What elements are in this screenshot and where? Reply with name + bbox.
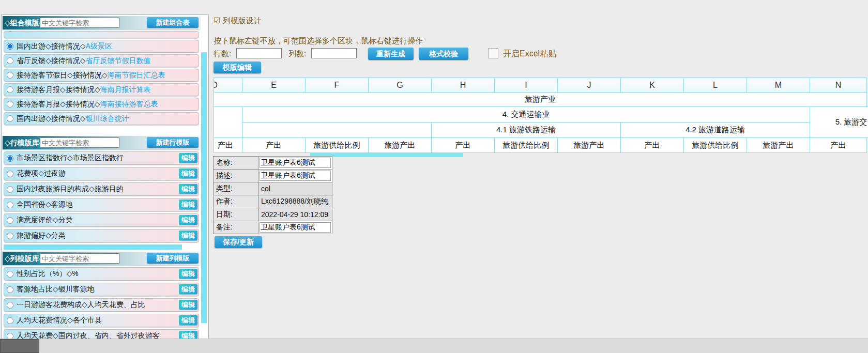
cell-measure-10[interactable]: 产出	[810, 137, 867, 153]
sidebar-item[interactable]: 接待游客节假日◇接待情况◇海南节假日汇总表	[4, 69, 199, 82]
sidebar-item[interactable]: 人均天花费◇国内过夜、省内、省外过夜游客编辑	[4, 329, 199, 340]
hscroll-thumb[interactable]	[4, 244, 182, 250]
cell-measure-3[interactable]: 旅游产出	[368, 137, 432, 153]
cols-count-label: 列数:	[288, 49, 306, 59]
edit-button[interactable]: 编辑	[179, 269, 197, 279]
column-header-M[interactable]: M	[747, 78, 810, 93]
radio-selected-icon[interactable]	[7, 155, 13, 162]
radio-icon[interactable]	[7, 57, 13, 64]
column-header-N[interactable]: N	[810, 78, 867, 93]
edit-button[interactable]: 编辑	[179, 231, 197, 240]
spreadsheet: DEFGHIJKLMN旅游产业4. 交通运输业5. 旅游交4.1 旅游铁路运输4…	[214, 78, 868, 153]
cell-measure-8[interactable]: 旅游供给比例	[683, 137, 747, 153]
radio-icon[interactable]	[7, 186, 13, 193]
regenerate-button[interactable]: 重新生成	[368, 48, 414, 60]
radio-icon[interactable]	[7, 317, 13, 324]
row-panel-hscrollbar[interactable]	[3, 244, 199, 250]
column-header-H[interactable]: H	[431, 78, 495, 93]
sidebar-item[interactable]: 客源地占比◇银川客源地编辑	[4, 283, 199, 296]
new-col-template-button[interactable]: 新建列模版	[147, 253, 199, 264]
column-header-F[interactable]: F	[305, 78, 369, 93]
edit-button[interactable]: 编辑	[179, 153, 197, 163]
radio-selected-icon[interactable]	[7, 43, 13, 50]
form-input[interactable]	[258, 221, 332, 234]
form-input[interactable]	[258, 170, 332, 182]
radio-icon[interactable]	[7, 286, 13, 293]
cell-transport-industry[interactable]: 4. 交通运输业	[242, 106, 810, 122]
cell-measure-0[interactable]: 产出	[214, 137, 242, 153]
edit-button[interactable]: 编辑	[179, 199, 197, 209]
radio-icon[interactable]	[7, 302, 13, 309]
template-edit-button[interactable]: 模版编辑	[214, 62, 261, 73]
radio-icon[interactable]	[7, 115, 13, 122]
sidebar-item[interactable]: 性别占比（%）◇%编辑	[4, 267, 199, 281]
sidebar-item[interactable]: 市场景区指数行◇市场景区指数行编辑	[4, 151, 199, 165]
column-header-I[interactable]: I	[494, 78, 558, 93]
edit-button[interactable]: 编辑	[179, 168, 197, 178]
radio-icon[interactable]	[7, 101, 13, 108]
column-header-L[interactable]: L	[683, 78, 747, 93]
radio-icon[interactable]	[7, 233, 13, 239]
cell-measure-6[interactable]: 旅游产出	[557, 137, 621, 153]
cell-empty[interactable]	[242, 122, 432, 138]
edit-button[interactable]: 编辑	[179, 284, 197, 294]
save-update-button[interactable]: 保存/更新	[215, 236, 262, 248]
sidebar-scrollbar-track[interactable]	[201, 29, 207, 337]
cols-count-input[interactable]	[311, 48, 357, 58]
sidebar-item[interactable]: 接待游客月报◇接待情况◇海南月报计算表	[4, 83, 199, 96]
sidebar-item[interactable]: 全国省份◇客源地编辑	[4, 198, 199, 211]
excel-paste-checkbox[interactable]	[488, 48, 498, 58]
edit-button[interactable]: 编辑	[179, 300, 197, 310]
cell-tourism-industry[interactable]: 旅游产业	[214, 92, 867, 107]
edit-button[interactable]: 编辑	[179, 315, 197, 325]
radio-icon[interactable]	[7, 171, 13, 177]
sidebar-item[interactable]: 满意度评价◇分类编辑	[4, 213, 199, 227]
col-search-input[interactable]	[40, 253, 119, 264]
sidebar-item[interactable]: 人均天花费情况◇各个市县编辑	[4, 314, 199, 327]
column-header-D[interactable]: D	[214, 78, 242, 93]
edit-button[interactable]: 编辑	[179, 184, 197, 194]
item-link: 海南月报计算表	[100, 85, 151, 94]
cell-rail-transport[interactable]: 4.1 旅游铁路运输	[431, 122, 621, 138]
radio-icon[interactable]	[7, 271, 13, 278]
cell-measure-9[interactable]: 旅游产出	[747, 137, 810, 153]
sidebar-item[interactable]: 省厅反馈◇接待情况◇省厅反馈节假日数值	[4, 54, 199, 67]
new-row-template-button[interactable]: 新建行模版	[147, 137, 199, 148]
sidebar-item[interactable]: 接待游客月报◇接待情况◇海南接待游客总表	[4, 98, 199, 111]
radio-icon[interactable]	[7, 86, 13, 93]
form-value	[258, 221, 332, 234]
sidebar-item[interactable]: 花费项◇过夜游编辑	[4, 167, 199, 180]
cell-category5[interactable]: 5. 旅游交	[810, 106, 868, 138]
sidebar-item[interactable]: 国内出游◇接待情况◇A级景区	[4, 40, 199, 53]
column-header-G[interactable]: G	[368, 78, 432, 93]
new-combo-table-button[interactable]: 新建组合表	[147, 17, 199, 28]
row-search-input[interactable]	[40, 137, 119, 148]
sidebar-item[interactable]: 国内过夜旅游目的构成◇旅游目的编辑	[4, 182, 199, 196]
form-input[interactable]	[258, 157, 332, 169]
sidebar-item[interactable]: 一日游游客花费构成◇人均天花费、占比编辑	[4, 298, 199, 312]
sidebar-item[interactable]: 国内出游◇接待情况◇银川综合统计	[4, 112, 199, 125]
cell-road-transport[interactable]: 4.2 旅游道路运输	[620, 122, 810, 138]
sidebar-item[interactable]: 旅游偏好◇分类编辑	[4, 229, 199, 242]
cell-empty[interactable]	[214, 106, 242, 138]
spreadsheet-hscroll-thumb[interactable]	[310, 152, 463, 157]
sidebar-scrollbar-thumb[interactable]	[201, 52, 207, 323]
combo-search-input[interactable]	[40, 18, 119, 28]
cell-measure-7[interactable]: 产出	[620, 137, 684, 153]
rows-count-input[interactable]	[236, 48, 282, 58]
radio-icon[interactable]	[7, 72, 13, 79]
format-validate-button[interactable]: 格式校验	[419, 48, 468, 60]
sidebar-item[interactable]: 国内过夜游客◇接待情况◇银川县区过夜游接待	[4, 31, 199, 38]
edit-button[interactable]: 编辑	[179, 215, 197, 225]
radio-icon[interactable]	[7, 31, 13, 32]
column-header-K[interactable]: K	[620, 78, 684, 93]
cell-measure-1[interactable]: 产出	[242, 137, 306, 153]
design-mode-checkbox-icon[interactable]: ☑	[214, 16, 220, 25]
column-header-E[interactable]: E	[242, 78, 306, 93]
cell-measure-5[interactable]: 旅游供给比例	[494, 137, 558, 153]
radio-icon[interactable]	[7, 217, 13, 224]
radio-icon[interactable]	[7, 202, 13, 208]
cell-measure-2[interactable]: 旅游供给比例	[305, 137, 369, 153]
column-header-J[interactable]: J	[557, 78, 621, 93]
cell-measure-4[interactable]: 产出	[431, 137, 495, 153]
